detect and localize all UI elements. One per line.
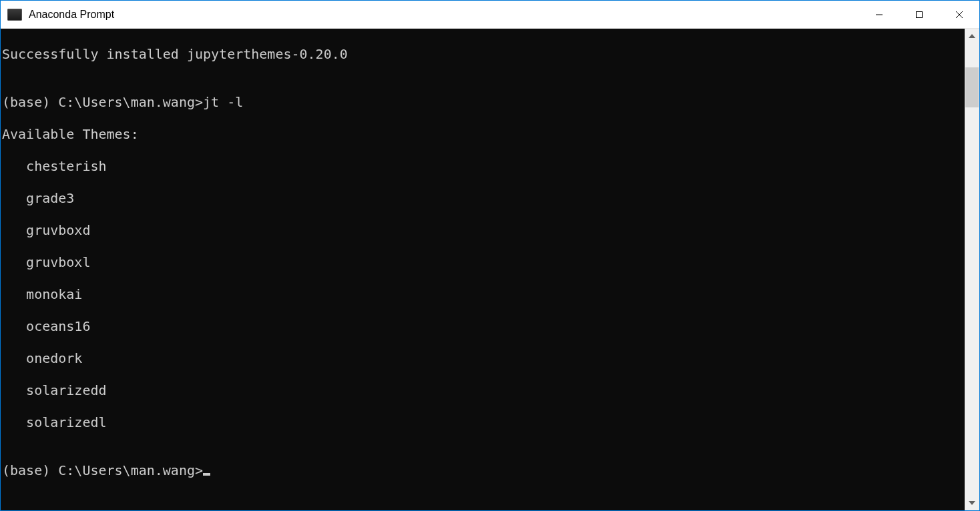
maximize-icon <box>915 11 923 19</box>
scroll-up-arrow[interactable] <box>965 29 979 43</box>
close-button[interactable] <box>939 1 979 28</box>
theme-item: monokai <box>2 286 965 302</box>
prompt-text: (base) C:\Users\man.wang> <box>2 462 203 478</box>
theme-item: gruvboxd <box>2 222 965 238</box>
window-title: Anaconda Prompt <box>29 9 859 21</box>
output-line: Available Themes: <box>2 126 965 142</box>
theme-item: chesterish <box>2 158 965 174</box>
scroll-track[interactable] <box>965 43 979 496</box>
minimize-icon <box>875 11 883 19</box>
theme-item: onedork <box>2 350 965 366</box>
terminal-container: Successfully installed jupyterthemes-0.2… <box>1 29 979 510</box>
scroll-thumb[interactable] <box>965 67 979 107</box>
close-icon <box>955 11 963 19</box>
theme-item: gruvboxl <box>2 254 965 270</box>
minimize-button[interactable] <box>859 1 899 28</box>
svg-rect-1 <box>917 11 923 17</box>
terminal-output[interactable]: Successfully installed jupyterthemes-0.2… <box>1 29 965 510</box>
window-controls <box>859 1 979 28</box>
terminal-app-icon <box>7 9 22 21</box>
cursor <box>203 473 210 476</box>
scroll-down-arrow[interactable] <box>965 496 979 510</box>
chevron-down-icon <box>969 501 975 505</box>
titlebar[interactable]: Anaconda Prompt <box>1 1 979 29</box>
output-line: Successfully installed jupyterthemes-0.2… <box>2 46 965 62</box>
theme-item: oceans16 <box>2 318 965 334</box>
vertical-scrollbar[interactable] <box>965 29 979 510</box>
chevron-up-icon <box>969 34 975 38</box>
theme-item: grade3 <box>2 190 965 206</box>
theme-item: solarizedl <box>2 414 965 430</box>
maximize-button[interactable] <box>899 1 939 28</box>
prompt-line: (base) C:\Users\man.wang>jt -l <box>2 94 965 110</box>
prompt-line-current: (base) C:\Users\man.wang> <box>2 462 965 478</box>
theme-item: solarizedd <box>2 382 965 398</box>
